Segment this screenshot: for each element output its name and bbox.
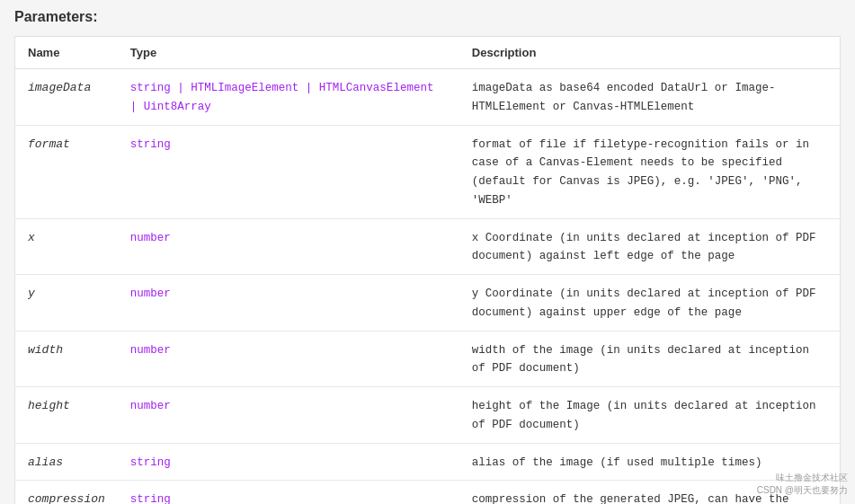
param-type: string [118,125,459,218]
table-row: widthnumberwidth of the image (in units … [15,331,841,387]
table-row: imageDatastring | HTMLImageElement | HTM… [15,69,841,126]
parameters-table: Name Type Description imageDatastring | … [14,36,841,504]
table-row: heightnumberheight of the Image (in unit… [15,387,841,444]
param-type: string [118,443,459,481]
param-type: string [118,481,459,504]
param-name: alias [15,443,118,481]
param-description: format of file if filetype-recognition f… [459,125,841,218]
param-type: number [118,218,459,275]
param-description: x Coordinate (in units declared at incep… [459,218,841,275]
param-name: compression [15,481,118,504]
table-row: compressionstringcompression of the gene… [15,481,841,504]
param-name: y [15,275,118,332]
param-name: height [15,387,118,444]
table-row: xnumberx Coordinate (in units declared a… [15,218,841,275]
param-name: format [15,125,118,218]
param-type: number [118,387,459,444]
param-description: imageData as base64 encoded DataUrl or I… [459,69,841,126]
page-title: Parameters: [14,9,841,25]
param-name: imageData [15,69,118,126]
param-description: y Coordinate (in units declared at incep… [459,275,841,332]
param-name: width [15,331,118,387]
watermark: 味土撸金技术社区 CSDN @明天也要努力 [757,472,848,497]
param-type: number [118,331,459,387]
col-header-type: Type [118,37,459,69]
table-row: formatstringformat of file if filetype-r… [15,125,841,218]
param-name: x [15,218,118,275]
col-header-name: Name [15,37,118,69]
table-row: ynumbery Coordinate (in units declared a… [15,275,841,332]
param-type: number [118,275,459,332]
param-description: width of the image (in units declared at… [459,331,841,387]
col-header-description: Description [459,37,841,69]
param-type: string | HTMLImageElement | HTMLCanvasEl… [118,69,459,126]
table-row: aliasstringalias of the image (if used m… [15,443,841,481]
param-description: height of the Image (in units declared a… [459,387,841,444]
